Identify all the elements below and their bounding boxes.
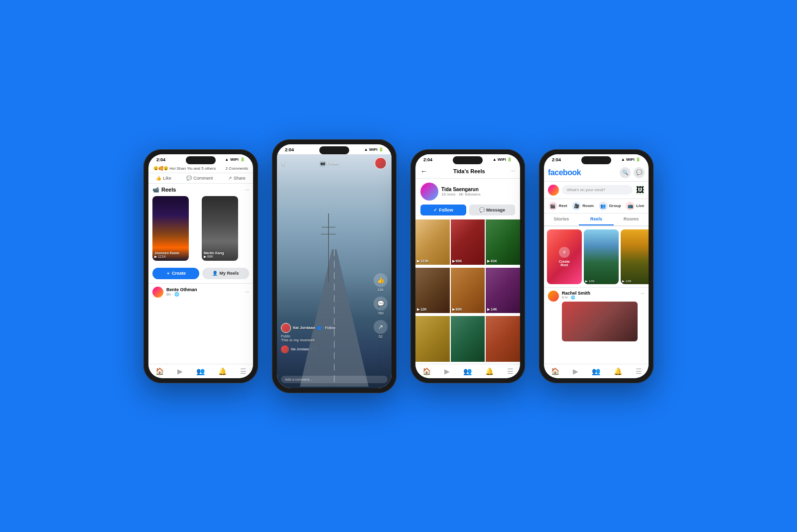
grid-reel-9[interactable]: [486, 316, 520, 362]
grid-reel-1[interactable]: ▶ 121K: [415, 219, 450, 265]
reel-back-button[interactable]: ‹: [282, 158, 285, 168]
profile-avatar-3: [420, 183, 438, 201]
phone-2-time: 2:04: [285, 147, 294, 152]
nav-bell-3[interactable]: 🔔: [485, 367, 494, 375]
tab-rooms[interactable]: Rooms: [614, 213, 649, 225]
reels-grid: Joonseo Kwon ▶ 121K Martin Kang: [152, 196, 249, 261]
nav-home-4[interactable]: 🏠: [551, 367, 559, 375]
fb-header-icons: 🔍 💬: [620, 167, 645, 178]
profile-header: ← Tida's Reels ···: [415, 164, 520, 179]
reel-comment-input[interactable]: Add a comment...: [281, 376, 388, 383]
more-icon-3[interactable]: ···: [511, 168, 515, 174]
like-button[interactable]: 👍 Like: [156, 176, 171, 181]
feed-post-image: [562, 302, 638, 341]
phones-container: 2:04 ▲ WiFi 🔋 😮🥰😮 Hoi Shan Yiu and 5 oth…: [143, 139, 654, 393]
back-button-3[interactable]: ←: [420, 167, 427, 175]
reels-section: 📹 Reels ··· Joonseo Kwon ▶ 121K: [148, 184, 253, 264]
search-button-4[interactable]: 🔍: [620, 167, 631, 178]
fb-header: facebook 🔍 💬: [544, 164, 649, 182]
nav-video-1[interactable]: ▶: [177, 367, 183, 375]
create-reel-card[interactable]: ＋ CreateReel: [547, 229, 582, 284]
profile-details: Tida Saengarun 16 reels · 6K followers: [441, 187, 515, 197]
reel-thumb-2[interactable]: Martin Kang ▶ 88K: [202, 196, 238, 261]
reel-card-1[interactable]: ▶ 12M: [584, 229, 619, 284]
reel-1-views: ▶ 121K: [154, 255, 187, 259]
post-more-icon[interactable]: ···: [245, 289, 249, 295]
like-action[interactable]: 👍 22K: [374, 273, 388, 292]
nav-menu-3[interactable]: ☰: [507, 367, 514, 375]
grid-reel-5[interactable]: ▶ 80K: [451, 268, 485, 314]
verified-badge: [317, 326, 321, 330]
live-icon: 📺: [626, 202, 635, 211]
nav-people-1[interactable]: 👥: [196, 367, 205, 375]
my-reels-button[interactable]: 👤 My Reels: [202, 268, 249, 279]
comment-icon: 💬: [186, 176, 192, 181]
feed-post-avatar: [548, 291, 559, 302]
nav-video-4[interactable]: ▶: [573, 367, 578, 375]
reel-2-views: ▶ 88K: [204, 255, 236, 259]
phone-3-content: ← Tida's Reels ··· Tida Saengarun 16 ree…: [415, 164, 520, 364]
nav-people-3[interactable]: 👥: [463, 367, 472, 375]
post-more-4[interactable]: ···: [641, 291, 645, 296]
profile-page-title: Tida's Reels: [453, 168, 485, 174]
phone-3-notch: [453, 156, 483, 164]
nav-video-3[interactable]: ▶: [444, 367, 450, 375]
grid-reel-4[interactable]: ▶ 12K: [415, 268, 450, 314]
nav-menu-1[interactable]: ☰: [240, 367, 247, 375]
phone-1-notch: [186, 156, 216, 164]
nav-home-1[interactable]: 🏠: [155, 367, 164, 375]
post-avatar-1: [152, 287, 163, 298]
nav-bell-4[interactable]: 🔔: [614, 367, 622, 375]
nav-menu-4[interactable]: ☰: [636, 367, 642, 375]
phone-2-notch: [319, 146, 349, 154]
phone-1-time: 2:04: [156, 157, 165, 162]
my-reels-icon: 👤: [212, 271, 218, 276]
nav-home-3[interactable]: 🏠: [422, 367, 431, 375]
creator-avatar: [281, 323, 291, 333]
reel-card-2[interactable]: ▶ 12M: [621, 229, 649, 284]
phone-2-screen: 2:04 ▲ WiFi 🔋: [277, 144, 392, 388]
tab-reels[interactable]: Reels: [579, 213, 614, 225]
tab-stories[interactable]: Stories: [544, 213, 579, 225]
group-action-btn[interactable]: 👥 Group: [599, 202, 621, 211]
messenger-button[interactable]: 💬: [634, 167, 645, 178]
live-action-btn[interactable]: 📺 Live: [626, 202, 644, 211]
photo-button[interactable]: 🖼: [636, 186, 645, 195]
audio-avatar: [281, 345, 289, 353]
grid-reel-2[interactable]: ▶ 90K: [451, 219, 485, 265]
nav-bell-1[interactable]: 🔔: [218, 367, 227, 375]
follow-button[interactable]: ✓ Follow: [420, 205, 466, 215]
follow-text[interactable]: · Follow: [323, 326, 335, 329]
composer-input[interactable]: What's on your mind?: [562, 185, 633, 195]
reel-thumb-1[interactable]: Joonseo Kwon ▶ 121K: [152, 196, 189, 261]
grid-reel-3[interactable]: ▶ 81K: [486, 219, 520, 265]
room-action-btn[interactable]: 🎥 Room: [572, 202, 594, 211]
nav-people-4[interactable]: 👥: [592, 367, 600, 375]
fb-logo: facebook: [548, 168, 581, 177]
comments-count: 2 Comments: [226, 166, 248, 171]
share-action[interactable]: ↗ 52: [374, 320, 388, 338]
message-button[interactable]: 💬 Message: [469, 205, 515, 215]
phone-1-bottom-nav: 🏠 ▶ 👥 🔔 ☰: [148, 364, 253, 378]
reels-title: 📹 Reels: [152, 187, 176, 193]
create-reel-button[interactable]: ＋ Create: [152, 268, 199, 279]
comment-action[interactable]: 💬 780: [374, 297, 388, 315]
grid-reel-6[interactable]: ▶ 14K: [486, 268, 520, 314]
share-button[interactable]: ↗ Share: [228, 176, 246, 181]
phone-1-status-icons: ▲ WiFi 🔋: [225, 157, 245, 162]
comment-button[interactable]: 💬 Comment: [186, 176, 213, 181]
profile-info: Tida Saengarun 16 reels · 6K followers: [415, 179, 520, 205]
phone-2-content: ‹ 📷 Create 👍 22K: [277, 154, 392, 388]
phone-3: 2:04 ▲ WiFi 🔋 ← Tida's Reels ··· Tida: [410, 149, 525, 383]
reel-info-2: Martin Kang ▶ 88K: [204, 251, 236, 259]
reel-create-button[interactable]: 📷 Create: [320, 161, 339, 165]
reaction-emojis: 😮🥰😮 Hoi Shan Yiu and 5 others: [153, 166, 216, 171]
reel-action-btn[interactable]: 🎬 Reel: [548, 202, 567, 211]
grid-reel-8[interactable]: [451, 316, 485, 362]
grid-reel-7[interactable]: [415, 316, 450, 362]
group-icon: 👥: [599, 202, 608, 211]
phone-1-screen: 2:04 ▲ WiFi 🔋 😮🥰😮 Hoi Shan Yiu and 5 oth…: [148, 154, 253, 378]
create-reel-plus-icon: ＋: [559, 247, 570, 258]
reel-audio-bar: Itai Jordaan · 🎵: [281, 345, 367, 353]
reels-more-icon[interactable]: ···: [245, 187, 249, 193]
